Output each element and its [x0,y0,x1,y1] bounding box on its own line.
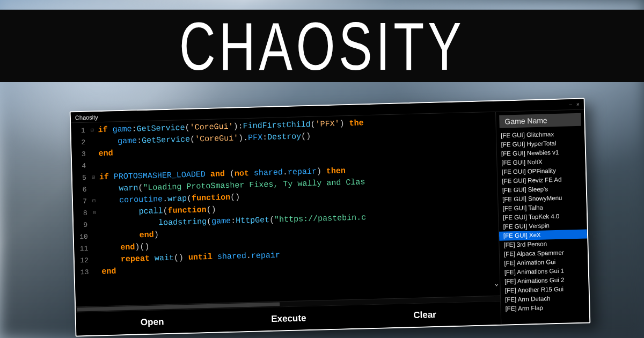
line-number: 13 [75,267,89,279]
list-item[interactable]: [FE] Arm Flap [501,302,589,313]
fold-toggle-icon [92,266,100,278]
fold-toggle-icon[interactable]: ⊟ [88,124,96,136]
execute-button[interactable]: Execute [260,309,317,328]
line-number: 1 [71,125,85,137]
window-body: 12345678910111213 ⊟⊟⊟⊟ if game:GetServic… [71,110,589,336]
line-number: 7 [73,196,87,208]
app-window: Chaosity – × 12345678910111213 ⊟⊟⊟⊟ if g… [70,98,591,337]
fold-toggle-icon [89,148,97,160]
fold-toggle-icon [89,136,97,148]
banner: CHAOSITY [0,10,644,82]
fold-toggle-icon [89,160,97,172]
line-number: 12 [75,255,89,267]
line-number: 3 [71,149,86,161]
line-number: 8 [73,208,87,220]
line-number: 4 [72,160,86,173]
fold-toggle-icon[interactable]: ⊟ [90,172,98,183]
scroll-down-icon[interactable]: ⌄ [494,277,499,289]
line-number: 5 [72,172,87,185]
close-icon[interactable]: × [576,101,580,107]
fold-toggle-icon [91,219,99,231]
fold-toggle-icon [92,254,100,266]
line-number: 2 [71,137,86,149]
fold-toggle-icon [90,183,98,195]
fold-toggle-icon [91,243,99,254]
window-controls: – × [569,101,580,108]
script-sidebar: Game Name [FE GUI] Glitchmax[FE GUI] Hyp… [495,110,589,325]
line-number: 9 [74,219,88,232]
editor-pane: 12345678910111213 ⊟⊟⊟⊟ if game:GetServic… [71,112,501,336]
fold-toggle-icon [91,231,99,243]
code-editor[interactable]: 12345678910111213 ⊟⊟⊟⊟ if game:GetServic… [71,112,500,307]
open-button[interactable]: Open [130,313,175,331]
line-number: 10 [74,231,89,244]
fold-toggle-icon[interactable]: ⊟ [90,195,98,207]
line-number: 11 [74,243,89,255]
line-number: 6 [72,184,87,196]
sidebar-header[interactable]: Game Name [499,113,581,128]
banner-title: CHAOSITY [179,6,465,85]
window-title: Chaosity [75,114,98,121]
clear-button[interactable]: Clear [402,306,447,324]
script-list[interactable]: [FE GUI] Glitchmax[FE GUI] HyperTotal[FE… [496,129,589,325]
minimize-icon[interactable]: – [569,101,572,107]
fold-toggle-icon[interactable]: ⊟ [90,207,98,219]
code-lines[interactable]: if game:GetService('CoreGui'):FindFirstC… [96,112,500,306]
